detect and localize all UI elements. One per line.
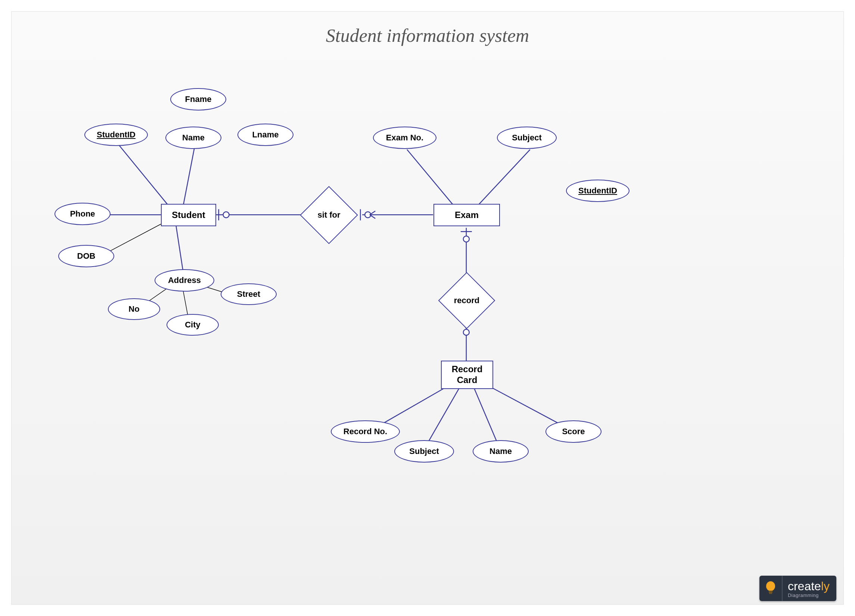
- svg-point-29: [766, 581, 775, 591]
- svg-rect-31: [769, 593, 772, 594]
- attribute-exam-no: Exam No.: [373, 127, 437, 149]
- svg-point-20: [463, 236, 469, 242]
- relationship-record: record: [447, 280, 487, 321]
- entity-record-card: Record Card: [441, 361, 493, 389]
- diagram-canvas: Student information system: [11, 11, 844, 605]
- svg-line-15: [369, 215, 375, 218]
- svg-rect-30: [769, 591, 772, 593]
- svg-point-11: [223, 212, 229, 218]
- attribute-student-id-2: StudentID: [566, 179, 630, 202]
- attribute-rc-subject: Subject: [394, 440, 454, 463]
- svg-line-16: [407, 150, 454, 206]
- svg-line-17: [478, 150, 530, 206]
- attribute-rc-name: Name: [473, 440, 529, 463]
- entity-exam: Exam: [434, 204, 500, 226]
- attribute-city: City: [167, 314, 219, 336]
- svg-point-13: [365, 212, 371, 218]
- logo-text: creately: [788, 580, 830, 592]
- svg-line-14: [369, 211, 375, 215]
- diagram-title: Student information system: [12, 25, 843, 46]
- attribute-subject-exam: Subject: [497, 127, 557, 149]
- svg-line-0: [118, 144, 169, 206]
- attribute-student-id: StudentID: [84, 124, 148, 146]
- attribute-fname: Fname: [170, 88, 226, 110]
- attribute-record-no: Record No.: [331, 420, 400, 443]
- relationship-sit-for: sit for: [308, 195, 349, 236]
- attribute-address: Address: [155, 269, 214, 291]
- creately-logo: creately Diagramming: [759, 576, 836, 601]
- attribute-name: Name: [165, 127, 221, 149]
- attribute-dob: DOB: [58, 245, 114, 267]
- svg-point-22: [463, 329, 469, 335]
- svg-line-3: [176, 224, 183, 273]
- attribute-score: Score: [545, 420, 602, 443]
- entity-student: Student: [161, 204, 216, 226]
- logo-subtitle: Diagramming: [788, 593, 830, 598]
- attribute-street: Street: [221, 283, 277, 305]
- attribute-phone: Phone: [55, 203, 110, 225]
- attribute-no: No: [108, 298, 160, 320]
- bulb-icon: [759, 576, 782, 601]
- svg-line-1: [183, 148, 195, 206]
- attribute-lname: Lname: [238, 124, 293, 146]
